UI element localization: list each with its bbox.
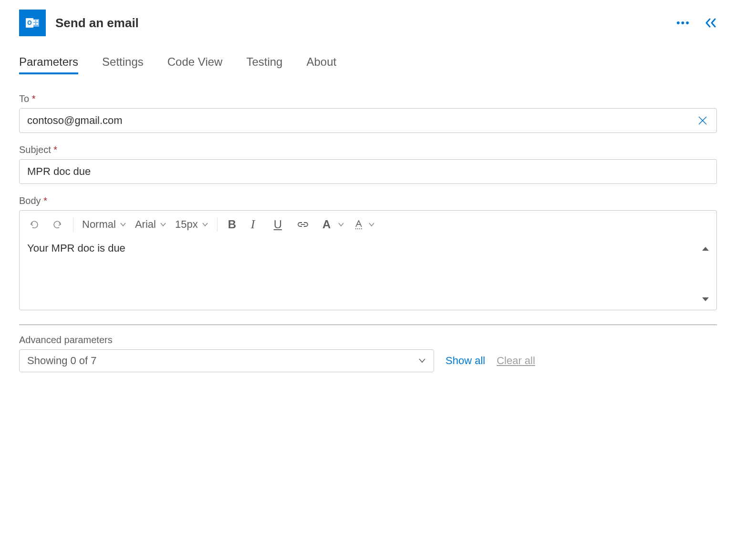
svg-rect-3 — [33, 20, 35, 22]
advanced-parameters-section: Advanced parameters Showing 0 of 7 Show … — [19, 335, 717, 372]
show-all-button[interactable]: Show all — [446, 355, 485, 367]
scroll-down-button[interactable] — [701, 296, 715, 302]
advanced-select-value: Showing 0 of 7 — [27, 355, 97, 367]
required-indicator: * — [32, 93, 36, 104]
underline-button[interactable]: U — [272, 216, 286, 233]
bold-button[interactable]: B — [226, 216, 240, 233]
advanced-parameters-select[interactable]: Showing 0 of 7 — [19, 349, 434, 372]
chevron-down-icon — [368, 222, 375, 227]
advanced-row: Showing 0 of 7 Show all Clear all — [19, 349, 717, 372]
section-divider — [19, 325, 717, 325]
svg-marker-11 — [702, 297, 709, 301]
required-indicator: * — [53, 144, 57, 155]
highlight-icon — [353, 219, 364, 230]
tab-parameters[interactable]: Parameters — [19, 55, 78, 74]
style-select-value: Normal — [82, 218, 116, 231]
font-color-button[interactable]: A — [320, 218, 344, 231]
svg-rect-6 — [36, 23, 38, 25]
size-select[interactable]: 15px — [175, 218, 208, 231]
subject-input[interactable] — [19, 159, 717, 184]
link-button[interactable] — [295, 218, 311, 231]
undo-button[interactable] — [27, 217, 41, 232]
svg-rect-4 — [36, 20, 38, 22]
tab-settings[interactable]: Settings — [102, 55, 144, 74]
scroll-up-button[interactable] — [701, 246, 715, 252]
subject-label: Subject * — [19, 144, 717, 155]
advanced-parameters-label: Advanced parameters — [19, 335, 717, 346]
panel-header: O Send an email ••• — [19, 10, 717, 36]
subject-label-text: Subject — [19, 144, 51, 155]
tab-testing[interactable]: Testing — [246, 55, 282, 74]
highlight-button[interactable] — [353, 219, 375, 230]
font-select-value: Arial — [135, 218, 156, 231]
body-label: Body * — [19, 195, 717, 206]
header-left: O Send an email — [19, 10, 139, 36]
more-options-icon[interactable]: ••• — [676, 17, 690, 29]
svg-marker-10 — [702, 247, 709, 251]
to-input[interactable] — [19, 108, 717, 133]
rich-text-editor: Normal Arial 15px B I U — [19, 210, 717, 310]
scroll-buttons — [699, 238, 716, 310]
clear-to-button[interactable] — [696, 114, 709, 127]
editor-body-wrap: Your MPR doc is due — [20, 238, 716, 310]
required-indicator: * — [43, 195, 47, 206]
editor-toolbar: Normal Arial 15px B I U — [20, 211, 716, 238]
tab-about[interactable]: About — [306, 55, 336, 74]
chevron-down-icon — [338, 222, 344, 227]
to-label: To * — [19, 93, 717, 104]
svg-text:O: O — [27, 20, 31, 26]
style-select[interactable]: Normal — [82, 218, 126, 231]
toolbar-divider — [73, 217, 73, 232]
size-select-value: 15px — [175, 218, 198, 231]
body-label-text: Body — [19, 195, 41, 206]
body-textarea[interactable]: Your MPR doc is due — [20, 238, 699, 310]
to-input-wrapper — [19, 108, 717, 133]
svg-rect-5 — [33, 23, 35, 25]
collapse-icon[interactable] — [705, 18, 717, 28]
panel-title: Send an email — [55, 16, 139, 31]
field-subject: Subject * — [19, 144, 717, 184]
clear-all-button[interactable]: Clear all — [497, 355, 535, 367]
tab-bar: Parameters Settings Code View Testing Ab… — [19, 55, 717, 74]
font-color-label: A — [320, 218, 334, 231]
tab-code-view[interactable]: Code View — [167, 55, 223, 74]
italic-button[interactable]: I — [249, 215, 263, 234]
font-select[interactable]: Arial — [135, 218, 166, 231]
chevron-down-icon — [418, 358, 426, 364]
chevron-down-icon — [160, 222, 166, 227]
toolbar-divider — [217, 217, 218, 232]
to-label-text: To — [19, 93, 29, 104]
chevron-down-icon — [120, 222, 126, 227]
field-to: To * — [19, 93, 717, 133]
redo-button[interactable] — [50, 217, 64, 232]
chevron-down-icon — [202, 222, 208, 227]
outlook-icon: O — [19, 10, 46, 36]
header-right: ••• — [676, 17, 717, 29]
field-body: Body * Normal — [19, 195, 717, 310]
